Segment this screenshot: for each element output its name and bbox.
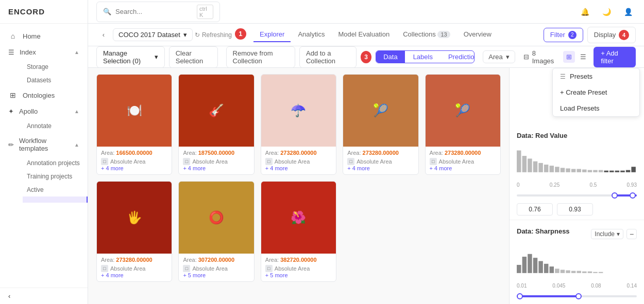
- tab-analytics[interactable]: Analytics: [292, 27, 331, 42]
- type-label: Absolute Area: [275, 265, 310, 272]
- x-label-1: 0.045: [552, 283, 565, 289]
- tab-explorer[interactable]: Explorer: [253, 27, 291, 42]
- load-presets-label: Load Presets: [560, 104, 600, 112]
- sidebar-item-annotation-projects[interactable]: Training projects: [23, 170, 88, 183]
- filter-tab-predictions[interactable]: Predictions: [441, 51, 474, 63]
- red-value-min-input[interactable]: [517, 203, 553, 216]
- sidebar-item-home[interactable]: ⌂ Home: [0, 28, 88, 44]
- remove-collection-button[interactable]: Remove from Collection: [226, 46, 295, 68]
- sidebar-item-apollo[interactable]: ✦ Apollo ▲: [0, 103, 88, 119]
- slider-thumb-left[interactable]: [612, 192, 618, 199]
- red-value-slider[interactable]: [517, 192, 637, 199]
- content-area: 🍽️ Area: 166500.00000 □ Absolute Area + …: [88, 68, 644, 304]
- search-input[interactable]: [115, 8, 193, 15]
- sidebar-item-label: Workflow templates: [19, 137, 74, 152]
- refreshing-label: Refreshing: [202, 31, 232, 39]
- svg-rect-6: [550, 166, 554, 172]
- load-presets-menu-item[interactable]: Load Presets: [553, 100, 639, 116]
- sidebar-collapse-button[interactable]: ‹: [0, 288, 88, 304]
- svg-rect-31: [566, 271, 570, 273]
- slider-thumb-right[interactable]: [575, 293, 582, 299]
- image-card[interactable]: 🎸 Area: 187500.00000 □ Absolute Area + 4…: [178, 74, 254, 175]
- sidebar-item-training-projects[interactable]: Active: [23, 183, 88, 196]
- image-card[interactable]: ⭕ Area: 307200.00000 □ Absolute Area + 5…: [178, 181, 254, 282]
- collapse-icon: ‹: [8, 292, 10, 300]
- sharpness-x-labels: 0.01 0.045 0.08 0.14: [517, 283, 637, 289]
- clear-selection-button[interactable]: Clear Selection: [169, 46, 218, 68]
- back-button[interactable]: ‹: [96, 28, 111, 42]
- slider-thumb-left[interactable]: [517, 293, 523, 299]
- svg-rect-5: [544, 165, 548, 172]
- tab-overview[interactable]: Overview: [457, 27, 498, 42]
- include-select[interactable]: Include ▾: [591, 229, 623, 239]
- sidebar-item-active[interactable]: [23, 196, 88, 203]
- area-value: 273280.00000: [363, 150, 399, 156]
- sidebar-item-models[interactable]: Annotate: [23, 119, 88, 133]
- sidebar-sub-annotate: Annotation projects Training projects Ac…: [0, 156, 88, 203]
- svg-rect-4: [538, 163, 543, 172]
- display-button[interactable]: Display 4: [587, 27, 636, 43]
- svg-rect-12: [582, 170, 586, 172]
- x-label-2: 0.5: [589, 182, 597, 188]
- clear-label: Clear Selection: [176, 49, 203, 65]
- x-label-0: 0.01: [517, 283, 527, 289]
- red-value-range-inputs: [517, 203, 637, 216]
- x-label-0: 0: [517, 182, 520, 188]
- presets-menu-item[interactable]: ☰ Presets: [553, 68, 639, 84]
- more-tag: + 5 more: [183, 272, 249, 278]
- type-label: Absolute Area: [275, 158, 310, 165]
- svg-rect-18: [615, 171, 619, 172]
- add-collection-button[interactable]: Add to a Collection: [299, 46, 357, 68]
- sidebar-item-annotate[interactable]: ✏ Workflow templates ▲: [0, 133, 88, 156]
- create-preset-label: + Create Preset: [560, 88, 607, 96]
- list-view-button[interactable]: ☰: [577, 51, 589, 63]
- remove-filter-button[interactable]: −: [626, 229, 637, 239]
- area-value: 273280.00000: [280, 150, 316, 156]
- image-card[interactable]: ☂️ Area: 273280.00000 □ Absolute Area + …: [261, 74, 336, 175]
- filter-tab-labels[interactable]: Labels: [406, 51, 440, 63]
- more-tag: + 4 more: [265, 165, 332, 171]
- collections-badge: 13: [437, 31, 450, 38]
- image-card[interactable]: 🎾 Area: 273280.00000 □ Absolute Area + 4…: [425, 74, 501, 175]
- tab-model-evaluation[interactable]: Model Evaluation: [332, 27, 396, 42]
- filter-tab-data[interactable]: Data: [376, 51, 404, 63]
- area-value: 273280.00000: [116, 257, 152, 263]
- sharpness-slider[interactable]: [517, 293, 637, 300]
- user-profile-button[interactable]: 👤: [620, 4, 636, 20]
- grid-view-button[interactable]: ⊞: [563, 51, 575, 63]
- image-thumbnail: ☂️: [261, 75, 336, 147]
- manage-selection-button[interactable]: Manage Selection (0) ▾: [96, 46, 165, 68]
- sidebar-item-ontologies[interactable]: ⊞ Ontologies: [0, 87, 88, 103]
- image-type-row: □ Absolute Area: [101, 265, 167, 272]
- sharpness-section-header: Data: Sharpness Include ▾ −: [517, 227, 637, 240]
- type-icon: □: [101, 158, 108, 165]
- sidebar-item-workflow-templates[interactable]: Annotation projects: [23, 156, 88, 170]
- sidebar-item-storage[interactable]: Storage: [23, 60, 88, 74]
- sidebar-item-label: Home: [23, 32, 41, 40]
- theme-toggle-button[interactable]: 🌙: [599, 4, 614, 20]
- notifications-button[interactable]: 🔔: [577, 4, 592, 20]
- filter-button[interactable]: Filter 2: [544, 28, 583, 42]
- sidebar-item-index[interactable]: ☰ Index ▲: [0, 44, 88, 60]
- type-icon: □: [101, 265, 108, 272]
- top-bar: 🔍 ctrl K 🔔 🌙 👤: [88, 0, 644, 24]
- red-value-max-input[interactable]: [557, 203, 593, 216]
- search-bar[interactable]: 🔍 ctrl K: [96, 2, 220, 22]
- add-filter-button[interactable]: + Add filter: [594, 47, 636, 67]
- image-info: Area: 273280.00000 □ Absolute Area + 4 m…: [97, 254, 172, 281]
- slider-fill: [517, 295, 577, 297]
- dataset-selector[interactable]: COCO 2017 Dataset ▾: [113, 28, 193, 41]
- image-card[interactable]: 🎾 Area: 273280.00000 □ Absolute Area + 4…: [343, 74, 418, 175]
- tab-collections[interactable]: Collections 13: [397, 27, 456, 42]
- more-tag: + 5 more: [265, 272, 332, 278]
- image-thumbnail: 🖐️: [97, 182, 172, 254]
- sidebar-item-datasets[interactable]: Datasets: [23, 74, 88, 87]
- image-card[interactable]: 🌺 Area: 382720.00000 □ Absolute Area + 5…: [261, 181, 336, 282]
- image-card[interactable]: 🍽️ Area: 166500.00000 □ Absolute Area + …: [96, 74, 172, 175]
- image-info: Area: 307200.00000 □ Absolute Area + 5 m…: [179, 254, 253, 281]
- slider-thumb-right[interactable]: [630, 192, 636, 199]
- create-preset-menu-item[interactable]: + Create Preset: [553, 84, 639, 100]
- type-icon: □: [183, 265, 190, 272]
- area-selector[interactable]: Area ▾: [483, 50, 515, 63]
- image-card[interactable]: 🖐️ Area: 273280.00000 □ Absolute Area + …: [96, 181, 172, 282]
